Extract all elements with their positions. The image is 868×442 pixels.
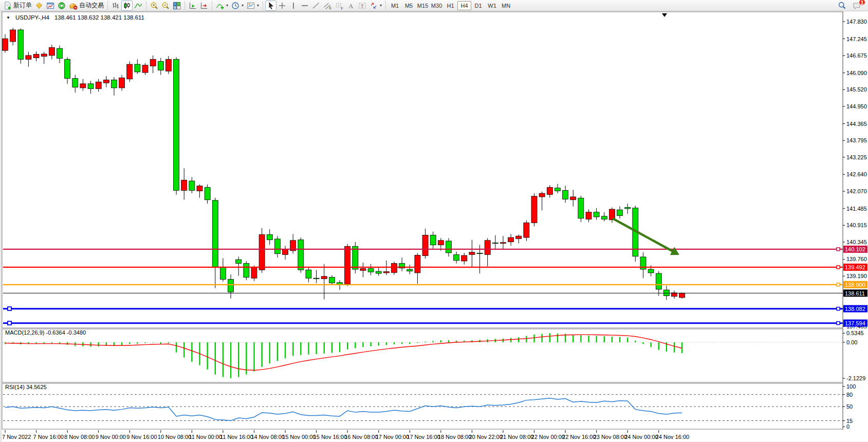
candle bbox=[563, 190, 568, 199]
candle bbox=[26, 56, 31, 59]
fibonacci-button[interactable]: F bbox=[334, 1, 345, 11]
candle bbox=[174, 59, 179, 190]
candle bbox=[306, 270, 311, 278]
dropdown-caret-icon: ▾ bbox=[380, 3, 382, 8]
bar-chart-icon bbox=[112, 2, 120, 10]
ohlc-values: 138.461 138.632 138.421 138.611 bbox=[54, 14, 144, 21]
svg-text:15: 15 bbox=[846, 418, 853, 424]
crosshair-button[interactable] bbox=[276, 1, 288, 11]
text-button[interactable]: A bbox=[345, 1, 357, 11]
svg-text:138.082: 138.082 bbox=[845, 306, 865, 312]
svg-text:24 Nov 16:00: 24 Nov 16:00 bbox=[656, 434, 689, 440]
vertical-line-icon bbox=[289, 2, 298, 10]
auto-trading-button[interactable]: 自动交易 bbox=[67, 1, 105, 11]
chart-dropdown-icon[interactable]: ▼ bbox=[6, 15, 10, 20]
candle bbox=[601, 216, 607, 219]
crosshair-icon bbox=[278, 2, 286, 10]
timeframe-button-MN[interactable]: MN bbox=[499, 1, 513, 10]
vertical-line-button[interactable] bbox=[288, 1, 299, 11]
svg-text:139.190: 139.190 bbox=[846, 273, 867, 279]
templates-button[interactable]: ▾ bbox=[245, 1, 261, 11]
svg-text:142.070: 142.070 bbox=[846, 188, 867, 194]
new-order-label: 新订单 bbox=[13, 1, 32, 10]
candle bbox=[49, 47, 54, 55]
candle bbox=[181, 180, 187, 190]
candle bbox=[438, 241, 444, 245]
new-order-button[interactable]: 新订单 bbox=[2, 1, 33, 11]
channel-button[interactable]: E bbox=[322, 1, 334, 11]
svg-text:17 Nov 00:00: 17 Nov 00:00 bbox=[376, 434, 409, 440]
indicators-button[interactable]: ▾ bbox=[214, 1, 230, 11]
bar-chart-button[interactable] bbox=[110, 1, 121, 11]
chart-shift-button[interactable] bbox=[198, 1, 210, 11]
candle bbox=[33, 54, 39, 58]
arrows-icon bbox=[370, 2, 378, 10]
zoom-out-button[interactable] bbox=[160, 1, 171, 11]
timeframe-button-H1[interactable]: H1 bbox=[444, 1, 457, 10]
candle bbox=[298, 240, 304, 270]
rsi-label: RSI(14) 34.5625 bbox=[5, 384, 47, 390]
candle bbox=[485, 241, 490, 255]
candle bbox=[41, 54, 47, 57]
tile-windows-button[interactable] bbox=[171, 1, 182, 11]
text-label-button[interactable]: T bbox=[357, 1, 368, 11]
toolbar-separator bbox=[212, 2, 212, 10]
svg-text:143.795: 143.795 bbox=[846, 137, 867, 143]
candle bbox=[189, 181, 195, 190]
timeframe-button-W1[interactable]: W1 bbox=[485, 1, 499, 10]
candle bbox=[10, 30, 16, 42]
candle bbox=[531, 196, 537, 223]
trendline-button[interactable] bbox=[310, 1, 322, 11]
timeframe-button-M15[interactable]: M15 bbox=[416, 1, 430, 10]
notifications-button[interactable]: 1 bbox=[851, 1, 863, 11]
candle bbox=[251, 268, 257, 279]
candle bbox=[586, 212, 592, 219]
timeframe-button-M1[interactable]: M1 bbox=[388, 1, 402, 10]
zoom-in-button[interactable] bbox=[149, 1, 160, 11]
candlestick-chart-button[interactable] bbox=[121, 1, 133, 11]
timeframe-button-H4[interactable]: H4 bbox=[457, 1, 471, 10]
market-watch-button[interactable] bbox=[56, 1, 67, 11]
dropdown-caret-icon: ▾ bbox=[257, 3, 259, 8]
horizontal-line-button[interactable] bbox=[299, 1, 310, 11]
timeframe-button-D1[interactable]: D1 bbox=[471, 1, 485, 10]
timeframe-button-M5[interactable]: M5 bbox=[402, 1, 416, 10]
candle bbox=[648, 269, 654, 273]
chart-title: ▼ USDJPY-,H4 138.461 138.632 138.421 138… bbox=[6, 14, 144, 21]
chart-canvas[interactable]: 147.830147.245146.675146.090145.520144.9… bbox=[0, 11, 868, 441]
indicators-icon bbox=[216, 2, 224, 10]
cursor-icon bbox=[267, 2, 275, 10]
candle bbox=[500, 243, 506, 244]
new-chart-icon bbox=[46, 2, 54, 10]
candle bbox=[205, 188, 210, 200]
svg-text:21 Nov 08:00: 21 Nov 08:00 bbox=[500, 434, 533, 440]
candle bbox=[267, 234, 272, 240]
line-chart-button[interactable] bbox=[133, 1, 144, 11]
quotes-button[interactable] bbox=[33, 1, 45, 11]
auto-scroll-button[interactable] bbox=[187, 1, 198, 11]
fibonacci-icon: F bbox=[335, 2, 344, 10]
svg-text:E: E bbox=[329, 6, 332, 9]
candle bbox=[3, 39, 8, 50]
candle bbox=[617, 210, 623, 215]
new-chart-button[interactable] bbox=[45, 1, 56, 11]
candle bbox=[461, 255, 467, 261]
candle bbox=[283, 249, 288, 254]
chart-window[interactable]: 147.830147.245146.675146.090145.520144.9… bbox=[0, 11, 868, 441]
svg-text:8 Nov 08:00: 8 Nov 08:00 bbox=[64, 434, 95, 440]
cursor-button[interactable] bbox=[265, 1, 276, 11]
timeframe-button-M30[interactable]: M30 bbox=[430, 1, 444, 10]
line-handle bbox=[837, 283, 840, 286]
svg-text:15 Nov 16:00: 15 Nov 16:00 bbox=[313, 434, 347, 440]
svg-text:139.492: 139.492 bbox=[845, 264, 865, 270]
new-order-icon bbox=[4, 2, 12, 10]
arrows-button[interactable]: ▾ bbox=[368, 1, 383, 11]
periods-button[interactable]: ▾ bbox=[230, 1, 245, 11]
dropdown-caret-icon: ▾ bbox=[242, 3, 244, 8]
candle bbox=[555, 188, 560, 191]
dropdown-caret-icon: ▾ bbox=[226, 3, 228, 8]
search-button[interactable] bbox=[836, 1, 848, 11]
svg-text:145.520: 145.520 bbox=[846, 86, 867, 93]
line-handle bbox=[837, 266, 840, 269]
candle bbox=[321, 277, 327, 279]
